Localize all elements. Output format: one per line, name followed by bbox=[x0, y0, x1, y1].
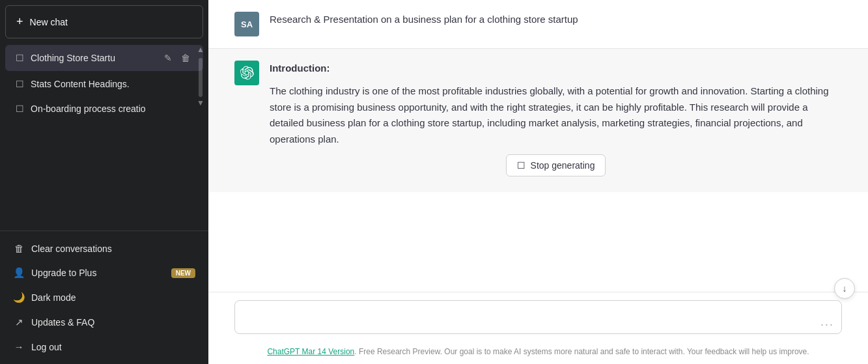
dark-mode-label: Dark mode bbox=[31, 292, 76, 303]
delete-button[interactable]: 🗑 bbox=[178, 51, 193, 64]
footer-link[interactable]: ChatGPT Mar 14 Version bbox=[267, 347, 354, 356]
logout-label: Log out bbox=[31, 342, 62, 352]
sidebar: + New chat ☐ Clothing Store Startu ✎ 🗑 ▲… bbox=[0, 0, 208, 364]
input-wrapper: ... bbox=[234, 300, 842, 337]
scroll-to-bottom-button[interactable]: ↓ bbox=[834, 278, 855, 299]
footer-static-text: . Free Research Preview. Our goal is to … bbox=[354, 347, 809, 356]
sidebar-item-updates[interactable]: ↗ Updates & FAQ bbox=[5, 310, 203, 335]
conv-label-stats: Stats Content Headings. bbox=[31, 79, 193, 89]
user-message-row: SA Research & Presentation on a business… bbox=[208, 0, 868, 49]
conversation-item-active[interactable]: ☐ Clothing Store Startu ✎ 🗑 bbox=[5, 45, 203, 71]
stop-generating-label: Stop generating bbox=[531, 160, 595, 171]
stop-generating-area: ☐ Stop generating bbox=[270, 148, 842, 180]
upgrade-label: Upgrade to Plus bbox=[31, 268, 96, 278]
logout-icon: → bbox=[13, 341, 25, 352]
assistant-message-content: Introduction: The clothing industry is o… bbox=[270, 61, 842, 180]
clear-conversations-label: Clear conversations bbox=[31, 244, 112, 254]
conversation-item-stats[interactable]: ☐ Stats Content Headings. bbox=[5, 72, 203, 96]
external-link-icon: ↗ bbox=[13, 316, 25, 328]
user-message-text: Research & Presentation on a business pl… bbox=[270, 11, 578, 25]
input-area: ... bbox=[208, 292, 868, 342]
stop-square-icon: ☐ bbox=[517, 160, 525, 171]
new-badge: NEW bbox=[171, 268, 195, 278]
user-message-content: Research & Presentation on a business pl… bbox=[270, 12, 842, 28]
conv-actions: ✎ 🗑 bbox=[161, 51, 193, 64]
sidebar-item-darkmode[interactable]: 🌙 Dark mode bbox=[5, 285, 203, 310]
chat-icon-stats: ☐ bbox=[16, 79, 24, 89]
chat-icon-onboarding: ☐ bbox=[16, 104, 24, 114]
moon-icon: 🌙 bbox=[13, 292, 25, 303]
conv-label-onboarding: On-boarding process creatio bbox=[31, 104, 193, 114]
sidebar-bottom: 🗑 Clear conversations 👤 Upgrade to Plus … bbox=[0, 231, 208, 364]
intro-body: The clothing industry is one of the most… bbox=[270, 83, 842, 148]
assistant-message-row: Introduction: The clothing industry is o… bbox=[208, 49, 868, 192]
chat-icon-active: ☐ bbox=[16, 53, 24, 63]
assistant-avatar bbox=[234, 61, 259, 85]
scroll-up-arrow[interactable]: ▲ bbox=[195, 44, 206, 55]
chat-input[interactable] bbox=[234, 300, 842, 334]
user-avatar: SA bbox=[234, 12, 259, 36]
conv-label-active: Clothing Store Startu bbox=[31, 53, 155, 63]
footer: ChatGPT Mar 14 Version. Free Research Pr… bbox=[208, 342, 868, 364]
sidebar-item-upgrade[interactable]: 👤 Upgrade to Plus NEW bbox=[5, 260, 203, 285]
trash-icon: 🗑 bbox=[13, 243, 25, 254]
person-icon: 👤 bbox=[13, 267, 25, 279]
chevron-down-icon: ↓ bbox=[843, 283, 847, 294]
stop-generating-button[interactable]: ☐ Stop generating bbox=[506, 154, 606, 176]
plus-icon: + bbox=[16, 15, 23, 29]
intro-heading: Introduction: bbox=[270, 61, 842, 77]
conversation-item-onboarding[interactable]: ☐ On-boarding process creatio bbox=[5, 97, 203, 120]
conversations-area: ☐ Clothing Store Startu ✎ 🗑 ▲ ▼ ☐ Stats … bbox=[0, 44, 208, 231]
chat-messages: SA Research & Presentation on a business… bbox=[208, 0, 868, 292]
edit-button[interactable]: ✎ bbox=[161, 51, 175, 64]
sidebar-item-logout[interactable]: → Log out bbox=[5, 335, 203, 359]
main-content: SA Research & Presentation on a business… bbox=[208, 0, 868, 364]
updates-label: Updates & FAQ bbox=[31, 317, 94, 328]
new-chat-button[interactable]: + New chat bbox=[5, 5, 203, 38]
sidebar-item-clear[interactable]: 🗑 Clear conversations bbox=[5, 236, 203, 260]
dots-icon: ... bbox=[820, 315, 834, 329]
new-chat-label: New chat bbox=[30, 17, 68, 27]
